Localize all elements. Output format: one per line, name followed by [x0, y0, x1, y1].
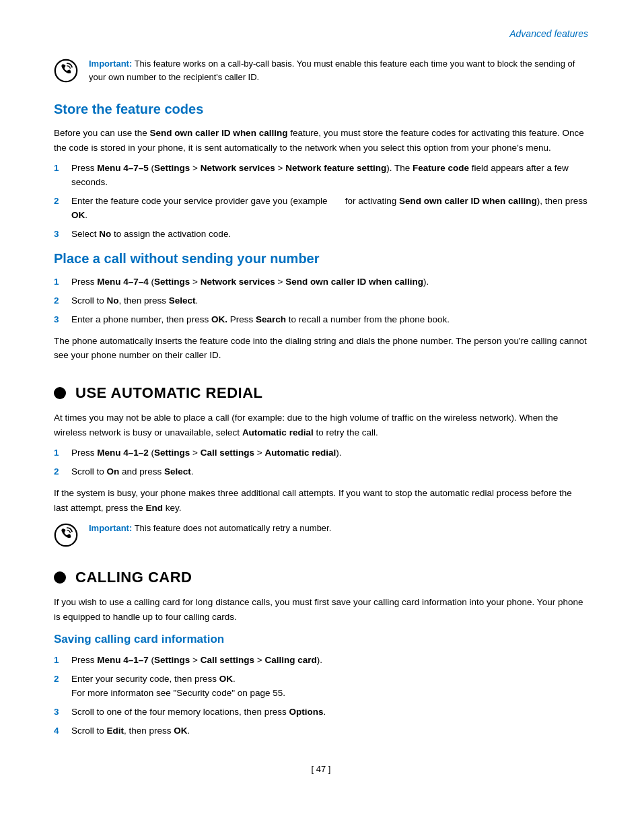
- card-step-content-4: Scroll to Edit, then press OK.: [71, 724, 588, 738]
- card-step-content-3: Scroll to one of the four memory locatio…: [71, 705, 588, 720]
- card-step-2: 2 Enter your security code, then press O…: [54, 672, 588, 701]
- calling-card-heading: CALLING CARD: [75, 566, 192, 588]
- place-call-section: Place a call without sending your number…: [54, 248, 588, 363]
- important-label-1: Important:: [89, 59, 132, 69]
- place-step-num-1: 1: [54, 275, 65, 289]
- important-text-2: Important: This feature does not automat…: [89, 522, 331, 535]
- step-content-3: Select No to assign the activation code.: [71, 228, 588, 242]
- calling-card-section: CALLING CARD If you wish to use a callin…: [54, 566, 588, 624]
- place-call-heading: Place a call without sending your number: [54, 248, 588, 269]
- important-text-1: Important: This feature works on a call-…: [89, 57, 588, 84]
- step-num-2: 2: [54, 195, 65, 223]
- automatic-redial-body: At times you may not be able to place a …: [54, 411, 588, 440]
- important-label-2: Important:: [89, 523, 132, 533]
- important-body-1: This feature works on a call-by-call bas…: [89, 59, 575, 82]
- place-step-2: 2 Scroll to No, then press Select.: [54, 294, 588, 308]
- place-step-content-3: Enter a phone number, then press OK. Pre…: [71, 313, 588, 327]
- step-2: 2 Enter the feature code your service pr…: [54, 195, 588, 223]
- automatic-redial-footer: If the system is busy, your phone makes …: [54, 486, 588, 515]
- step-content-2: Enter the feature code your service prov…: [71, 195, 588, 223]
- automatic-redial-heading: USE AUTOMATIC REDIAL: [75, 382, 262, 404]
- step-num-3: 3: [54, 228, 65, 242]
- important-body-2: This feature does not automatically retr…: [135, 523, 332, 533]
- card-step-num-3: 3: [54, 705, 65, 720]
- step-3: 3 Select No to assign the activation cod…: [54, 228, 588, 242]
- card-step-4: 4 Scroll to Edit, then press OK.: [54, 724, 588, 738]
- redial-step-num-1: 1: [54, 446, 65, 460]
- card-step-1: 1 Press Menu 4–1–7 (Settings > Call sett…: [54, 654, 588, 668]
- phone-icon-1: [54, 59, 78, 83]
- store-feature-codes-steps: 1 Press Menu 4–7–5 (Settings > Network s…: [54, 162, 588, 242]
- redial-step-content-1: Press Menu 4–1–2 (Settings > Call settin…: [71, 446, 588, 460]
- calling-card-body: If you wish to use a calling card for lo…: [54, 595, 588, 624]
- card-step-3: 3 Scroll to one of the four memory locat…: [54, 705, 588, 720]
- place-step-num-3: 3: [54, 313, 65, 327]
- bullet-dot-1: [54, 387, 66, 399]
- calling-card-heading-block: CALLING CARD: [54, 566, 588, 588]
- phone-icon-2: [54, 523, 78, 547]
- place-step-1: 1 Press Menu 4–7–4 (Settings > Network s…: [54, 275, 588, 289]
- place-step-num-2: 2: [54, 294, 65, 308]
- bullet-dot-2: [54, 571, 66, 584]
- card-step-content-1: Press Menu 4–1–7 (Settings > Call settin…: [71, 654, 588, 668]
- redial-step-2: 2 Scroll to On and press Select.: [54, 465, 588, 479]
- saving-calling-card-steps: 1 Press Menu 4–1–7 (Settings > Call sett…: [54, 654, 588, 738]
- step-1: 1 Press Menu 4–7–5 (Settings > Network s…: [54, 162, 588, 190]
- redial-step-content-2: Scroll to On and press Select.: [71, 465, 588, 479]
- place-step-content-2: Scroll to No, then press Select.: [71, 294, 588, 308]
- saving-calling-card-section: Saving calling card information 1 Press …: [54, 631, 588, 738]
- store-feature-codes-heading: Store the feature codes: [54, 99, 588, 119]
- place-call-footer: The phone automatically inserts the feat…: [54, 334, 588, 363]
- automatic-redial-section: USE AUTOMATIC REDIAL At times you may no…: [54, 382, 588, 547]
- automatic-redial-steps: 1 Press Menu 4–1–2 (Settings > Call sett…: [54, 446, 588, 479]
- place-step-3: 3 Enter a phone number, then press OK. P…: [54, 313, 588, 327]
- page-footer: [ 47 ]: [54, 763, 588, 776]
- redial-step-num-2: 2: [54, 465, 65, 479]
- store-feature-codes-body: Before you can use the Send own caller I…: [54, 126, 588, 155]
- saving-calling-card-heading: Saving calling card information: [54, 631, 588, 648]
- place-step-content-1: Press Menu 4–7–4 (Settings > Network ser…: [71, 275, 588, 289]
- store-feature-codes-section: Store the feature codes Before you can u…: [54, 99, 588, 242]
- page-header: Advanced features: [54, 27, 588, 41]
- card-step-num-1: 1: [54, 654, 65, 668]
- automatic-redial-heading-block: USE AUTOMATIC REDIAL: [54, 382, 588, 404]
- page-title: Advanced features: [509, 28, 588, 39]
- step-content-1: Press Menu 4–7–5 (Settings > Network ser…: [71, 162, 588, 190]
- important-block-1: Important: This feature works on a call-…: [54, 57, 588, 84]
- step-num-1: 1: [54, 162, 65, 190]
- important-block-2: Important: This feature does not automat…: [54, 522, 588, 547]
- page-number: [ 47 ]: [312, 764, 331, 774]
- redial-step-1: 1 Press Menu 4–1–2 (Settings > Call sett…: [54, 446, 588, 460]
- card-step-num-2: 2: [54, 672, 65, 701]
- card-step-content-2: Enter your security code, then press OK.…: [71, 672, 588, 701]
- card-step-num-4: 4: [54, 724, 65, 738]
- place-call-steps: 1 Press Menu 4–7–4 (Settings > Network s…: [54, 275, 588, 327]
